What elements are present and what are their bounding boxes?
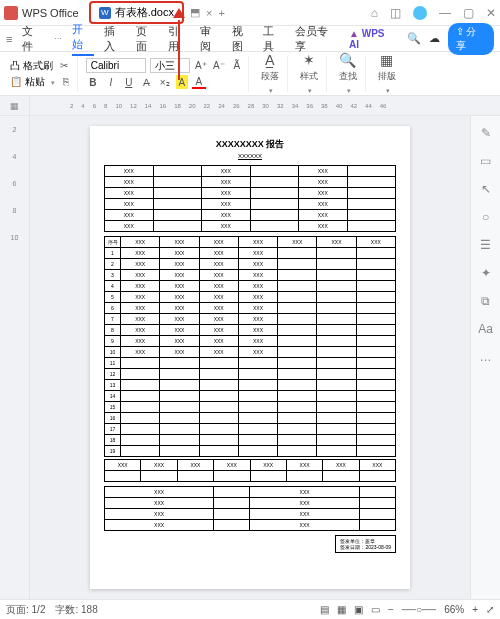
tab-sync-icon[interactable]: ⬒	[190, 6, 200, 19]
zoom-level[interactable]: 66%	[444, 604, 464, 615]
app-brand: WPS Office	[4, 6, 79, 20]
right-toolbar: ✎▭↖○☰✦⧉Aa…	[470, 116, 500, 599]
increase-font-icon[interactable]: A⁺	[194, 59, 208, 73]
share-button[interactable]: ⇪ 分享	[448, 23, 495, 55]
window-close-icon[interactable]: ✕	[486, 6, 496, 20]
close-tab-icon[interactable]: ×	[206, 7, 212, 19]
main-cell: XXX	[121, 270, 160, 281]
home-icon[interactable]: ⌂	[371, 6, 378, 20]
underline-icon[interactable]: U	[122, 75, 136, 89]
menu-tab-insert[interactable]: 插入	[104, 24, 126, 54]
italic-icon[interactable]: I	[104, 75, 118, 89]
hamburger-icon[interactable]: ≡	[6, 33, 12, 45]
view-mode-icon[interactable]: ▤	[320, 604, 329, 615]
main-cell: 16	[105, 413, 121, 424]
cloud-icon[interactable]: ☁	[429, 32, 440, 45]
fit-icon[interactable]: ⤢	[486, 604, 494, 615]
find-button[interactable]: 🔍查找	[335, 52, 361, 95]
ruler-corner-icon[interactable]: ▦	[0, 96, 30, 115]
main-cell: XXX	[238, 314, 277, 325]
right-tool-7-icon[interactable]: Aa	[478, 322, 493, 336]
right-tool-1-icon[interactable]: ▭	[480, 154, 491, 168]
right-tool-4-icon[interactable]: ☰	[480, 238, 491, 252]
view-mode-icon-3[interactable]: ▣	[354, 604, 363, 615]
view-mode-icon-4[interactable]: ▭	[371, 604, 380, 615]
decrease-font-icon[interactable]: A⁻	[212, 59, 226, 73]
info-cell: XXX	[105, 210, 154, 221]
main-cell	[199, 380, 238, 391]
menu-chevron-icon[interactable]: ⋯	[54, 34, 62, 43]
horizontal-ruler: ▦ 24681012141618202224262830323436384042…	[0, 96, 500, 116]
menu-tab-tools[interactable]: 工具	[263, 24, 285, 54]
info-cell: XXX	[202, 166, 251, 177]
menu-tab-review[interactable]: 审阅	[200, 24, 222, 54]
menu-tab-member[interactable]: 会员专享	[295, 24, 339, 54]
main-cell: 6	[105, 303, 121, 314]
wps-ai-button[interactable]: ▲ WPS AI	[349, 28, 397, 50]
right-tool-0-icon[interactable]: ✎	[481, 126, 491, 140]
file-menu[interactable]: 文件	[22, 24, 44, 54]
right-tool-5-icon[interactable]: ✦	[481, 266, 491, 280]
right-tool-8-icon[interactable]: …	[480, 350, 492, 364]
text-effects-icon[interactable]: ×₂	[158, 75, 172, 89]
main-cell	[278, 358, 317, 369]
main-cell	[199, 424, 238, 435]
info-cell	[250, 210, 299, 221]
word-count[interactable]: 字数: 188	[55, 603, 97, 617]
right-tool-6-icon[interactable]: ⧉	[481, 294, 490, 308]
menu-tab-start[interactable]: 开始	[72, 22, 94, 56]
main-cell: 1	[105, 248, 121, 259]
maximize-icon[interactable]: ▢	[463, 6, 474, 20]
info-cell	[153, 177, 202, 188]
search-icon[interactable]: 🔍	[407, 32, 421, 45]
main-cell	[317, 270, 356, 281]
font-color-icon[interactable]: A	[192, 75, 206, 89]
main-cell: XXX	[238, 248, 277, 259]
info-cell	[347, 177, 396, 188]
strike-icon[interactable]: A̶	[140, 75, 154, 89]
new-tab-icon[interactable]: +	[218, 7, 224, 19]
main-cell	[121, 402, 160, 413]
arrange-group: ▦排版	[370, 56, 404, 92]
info-cell: XXX	[299, 166, 348, 177]
user-avatar-icon[interactable]	[413, 6, 427, 20]
zoom-in-icon[interactable]: +	[472, 604, 478, 615]
menu-tab-page[interactable]: 页面	[136, 24, 158, 54]
main-cell: XXX	[238, 347, 277, 358]
copy-icon[interactable]: ⎘	[59, 75, 73, 89]
view-mode-icon-2[interactable]: ▦	[337, 604, 346, 615]
zoom-slider[interactable]: ──○──	[402, 604, 436, 615]
arrange-button[interactable]: ▦排版	[374, 52, 400, 95]
page-indicator[interactable]: 页面: 1/2	[6, 603, 45, 617]
clear-format-icon[interactable]: Ã	[230, 59, 244, 73]
right-tool-2-icon[interactable]: ↖	[481, 182, 491, 196]
font-size-select[interactable]	[150, 58, 190, 73]
document-canvas[interactable]: XXXXXXXX 报告 XXXXXX XXXXXXXXXXXXXXXXXXXXX…	[30, 116, 470, 599]
main-cell: XXX	[121, 303, 160, 314]
bold-icon[interactable]: B	[86, 75, 100, 89]
format-brush-button[interactable]: 凸 格式刷	[10, 59, 53, 73]
main-cell	[356, 325, 395, 336]
main-cell	[160, 446, 199, 457]
doc-title: XXXXXXXX 报告	[104, 138, 396, 151]
info-cell: XXX	[202, 177, 251, 188]
zoom-out-icon[interactable]: −	[388, 604, 394, 615]
minimize-icon[interactable]: —	[439, 6, 451, 20]
info-cell	[250, 177, 299, 188]
main-cell: XXX	[121, 259, 160, 270]
annotation-arrow-line	[178, 20, 180, 80]
main-cell	[317, 336, 356, 347]
styles-button[interactable]: ✶样式	[296, 52, 322, 95]
main-cell: XXX	[160, 325, 199, 336]
main-cell	[317, 402, 356, 413]
main-cell	[317, 446, 356, 457]
right-tool-3-icon[interactable]: ○	[482, 210, 489, 224]
menu-tab-view[interactable]: 视图	[232, 24, 254, 54]
font-family-select[interactable]	[86, 58, 146, 73]
cube-icon[interactable]: ◫	[390, 6, 401, 20]
workspace: 246810 XXXXXXXX 报告 XXXXXX XXXXXXXXXXXXXX…	[0, 116, 500, 599]
cut-icon[interactable]: ✂	[57, 59, 71, 73]
paste-button[interactable]: 📋 粘贴	[10, 75, 45, 89]
bottom-cell: XXX	[141, 460, 177, 471]
paragraph-button[interactable]: A̲段落	[257, 52, 283, 95]
